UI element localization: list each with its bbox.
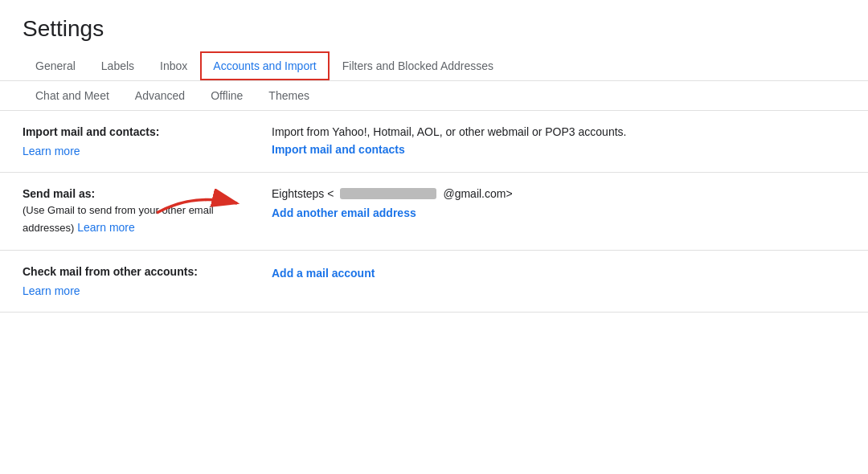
check-mail-title: Check mail from other accounts: (23, 265, 227, 278)
tab-chat-meet[interactable]: Chat and Meet (23, 81, 122, 110)
import-learn-more[interactable]: Learn more (23, 145, 80, 157)
tab-general[interactable]: General (23, 51, 88, 80)
send-learn-more[interactable]: Learn more (77, 221, 135, 234)
tab-themes[interactable]: Themes (256, 81, 322, 110)
tab-accounts-import[interactable]: Accounts and Import (200, 51, 329, 80)
check-mail-row: Check mail from other accounts: Learn mo… (0, 251, 868, 313)
import-mail-content: Import from Yahoo!, Hotmail, AOL, or oth… (249, 111, 868, 170)
check-mail-label: Check mail from other accounts: Learn mo… (0, 251, 249, 312)
import-mail-link[interactable]: Import mail and contacts (272, 143, 405, 156)
import-mail-label: Import mail and contacts: Learn more (0, 111, 249, 172)
email-display-line: Eightsteps < @gmail.com> (272, 187, 845, 200)
add-mail-account-link[interactable]: Add a mail account (272, 267, 375, 280)
email-redacted (340, 188, 436, 199)
check-learn-more[interactable]: Learn more (23, 284, 80, 297)
import-mail-row: Import mail and contacts: Learn more Imp… (0, 111, 868, 173)
tab-filters[interactable]: Filters and Blocked Addresses (330, 51, 506, 80)
email-suffix: @gmail.com> (443, 187, 512, 200)
tab-labels[interactable]: Labels (88, 51, 147, 80)
tab-offline[interactable]: Offline (198, 81, 256, 110)
page-title: Settings (0, 0, 868, 51)
email-prefix: Eightsteps < (272, 187, 334, 200)
red-arrow-icon (153, 189, 245, 218)
import-description: Import from Yahoo!, Hotmail, AOL, or oth… (272, 125, 845, 138)
send-mail-row: Send mail as: (Use Gmail to send from yo… (0, 173, 868, 251)
add-email-address-link[interactable]: Add another email address (272, 206, 416, 219)
tabs-row1: General Labels Inbox Accounts and Import… (0, 51, 868, 81)
tab-advanced[interactable]: Advanced (122, 81, 198, 110)
check-mail-content: Add a mail account (249, 251, 868, 294)
import-mail-title: Import mail and contacts: (23, 125, 227, 138)
tabs-row2: Chat and Meet Advanced Offline Themes (0, 81, 868, 111)
tab-inbox[interactable]: Inbox (147, 51, 200, 80)
send-mail-content: Eightsteps < @gmail.com> Add another ema… (249, 173, 868, 234)
